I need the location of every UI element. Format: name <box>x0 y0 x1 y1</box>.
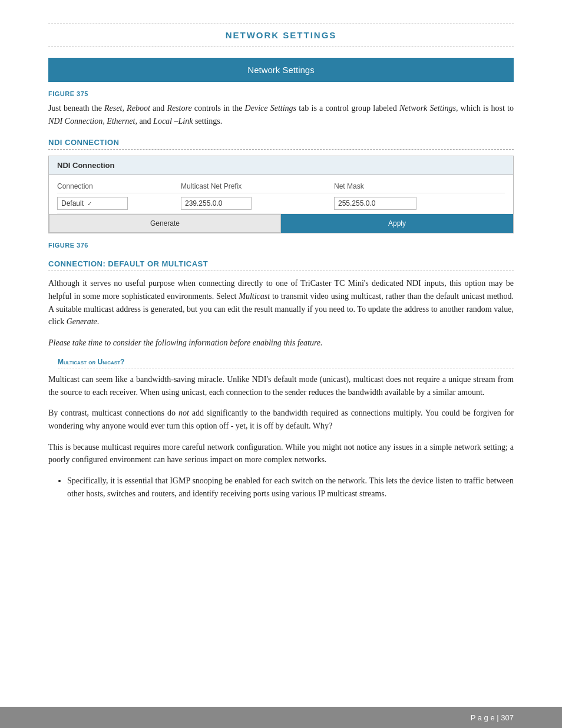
multicast-para2: By contrast, multicast connections do no… <box>48 407 514 432</box>
ndi-buttons: Generate Apply <box>49 214 513 233</box>
connection-heading-text: Connection: Default or Multicast <box>48 259 208 268</box>
intro-paragraph: Just beneath the Reset, Reboot and Resto… <box>48 102 514 127</box>
ndi-table-row: Default ✓ <box>57 193 505 214</box>
netmask-input[interactable] <box>334 197 416 210</box>
col-header-netmask: Net Mask <box>334 182 505 190</box>
multicast-sub-heading: Multicast or Unicast? <box>58 358 514 368</box>
col-header-multicast: Multicast Net Prefix <box>181 182 334 190</box>
ndi-netmask-field[interactable] <box>334 197 505 210</box>
figure-376-label: FIGURE 376 <box>48 242 514 249</box>
section-title: NETWORK SETTINGS <box>226 30 337 40</box>
connection-section-heading: Connection: Default or Multicast <box>48 259 514 271</box>
chevron-down-icon: ✓ <box>87 200 92 207</box>
connection-value: Default <box>61 199 84 207</box>
multicast-para1: Multicast can seem like a bandwidth-savi… <box>48 373 514 398</box>
bullet-item-1: Specifically, it is essential that IGMP … <box>67 475 514 500</box>
page-number: P a g e | 307 <box>471 713 514 722</box>
ndi-box-header: NDI Connection <box>49 156 513 175</box>
col-header-connection: Connection <box>57 182 181 190</box>
ndi-connection-dropdown[interactable]: Default ✓ <box>57 197 181 210</box>
multicast-sub-heading-text: Multicast or Unicast? <box>58 358 124 366</box>
apply-button[interactable]: Apply <box>281 214 513 233</box>
generate-button[interactable]: Generate <box>49 214 281 233</box>
bullet-item-1-text: Specifically, it is essential that IGMP … <box>67 476 514 498</box>
network-settings-banner: Network Settings <box>48 58 514 82</box>
ndi-connection-box: NDI Connection Connection Multicast Net … <box>48 156 514 233</box>
connection-para2-text: Please take time to consider the followi… <box>48 338 323 347</box>
banner-label: Network Settings <box>247 65 314 75</box>
ndi-multicast-field[interactable] <box>181 197 334 210</box>
figure-375-label: FIGURE 375 <box>48 90 514 97</box>
bullet-list: Specifically, it is essential that IGMP … <box>67 475 514 500</box>
ndi-connection-heading-text: NDI Connection <box>48 138 119 147</box>
page-footer: P a g e | 307 <box>0 707 562 728</box>
ndi-table-area: Connection Multicast Net Prefix Net Mask… <box>49 175 513 214</box>
connection-select[interactable]: Default ✓ <box>57 197 128 210</box>
connection-para1: Although it serves no useful purpose whe… <box>48 277 514 328</box>
multicast-prefix-input[interactable] <box>181 197 252 210</box>
ndi-connection-heading: NDI Connection <box>48 138 514 150</box>
page-container: NETWORK SETTINGS Network Settings FIGURE… <box>0 0 562 728</box>
section-title-block: NETWORK SETTINGS <box>48 24 514 47</box>
connection-para2: Please take time to consider the followi… <box>48 337 514 350</box>
ndi-table-headers: Connection Multicast Net Prefix Net Mask <box>57 180 505 193</box>
multicast-para3: This is because multicast requires more … <box>48 441 514 466</box>
